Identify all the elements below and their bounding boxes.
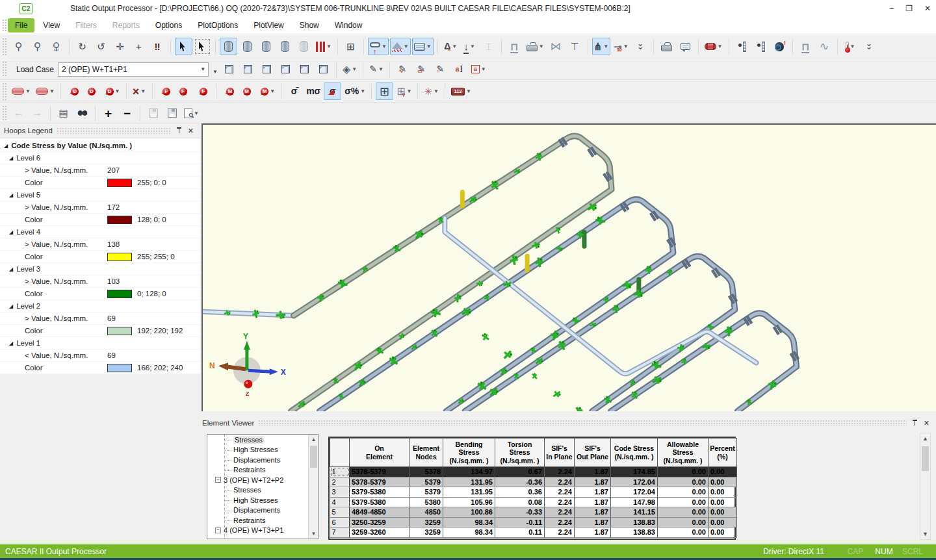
tree-item-restraints[interactable]: Restraints <box>207 515 318 526</box>
show-forces-button[interactable]: ↓▼ <box>461 38 478 55</box>
deflected-shape-button[interactable]: ×▼ <box>131 83 148 100</box>
node-tag-button[interactable]: 113▼ <box>449 83 473 100</box>
select-button[interactable] <box>175 38 192 55</box>
color-swatch[interactable] <box>107 364 132 372</box>
menu-plotoptions[interactable]: PlotOptions <box>190 18 245 32</box>
moment-y-button[interactable]: ↕M <box>239 83 257 100</box>
render-mesh-button[interactable] <box>257 38 275 55</box>
col-header-8[interactable]: Allowable Stress (N./sq.mm. ) <box>658 439 708 467</box>
col-header-0[interactable] <box>330 439 350 467</box>
displacement-y-button[interactable]: ↕D <box>84 83 101 100</box>
table-row[interactable]: 25378-53795379131.95-0.362.241.87172.040… <box>330 477 737 487</box>
zoom-window-button[interactable]: ⚲ <box>47 38 65 55</box>
tree-item-high-stresses[interactable]: High Stresses <box>207 445 318 455</box>
col-header-3[interactable]: Bending Stress (N./sq.mm. ) <box>443 439 495 467</box>
color-swatch[interactable] <box>107 327 132 335</box>
expand-icon[interactable]: ◢ <box>9 266 13 272</box>
toolbox-button[interactable] <box>658 38 675 55</box>
menu-show[interactable]: Show <box>292 18 326 32</box>
restore-button[interactable]: ❐ <box>905 4 913 13</box>
load-case-dropdown-button[interactable]: ▼ <box>213 69 218 75</box>
close-button[interactable]: ✕ <box>924 4 931 13</box>
report-tree[interactable]: StressesHigh StressesDisplacementsRestra… <box>207 434 318 539</box>
view-back-button[interactable] <box>315 60 332 78</box>
insulation-button[interactable]: ▼ <box>703 38 725 55</box>
show-anchors-button[interactable]: ▼ <box>390 38 411 55</box>
col-header-6[interactable]: SIF's Out Plane <box>575 439 611 467</box>
pan-button[interactable]: ✛ <box>111 38 129 55</box>
stress-gradient-button[interactable]: σ <box>324 83 341 100</box>
walk-through-button[interactable]: ‼ <box>149 38 166 55</box>
tree-item-displacements[interactable]: Displacements <box>207 455 318 465</box>
show-hangers-button[interactable]: ⊓ <box>506 38 523 55</box>
show-equipment-button[interactable]: ▼ <box>525 38 546 55</box>
table-row[interactable]: 35379-53805379131.950.362.241.87172.040.… <box>330 487 737 498</box>
annotate-text-button[interactable]: Ia <box>450 60 468 78</box>
render-wireframe-button[interactable] <box>239 38 256 55</box>
supports-button[interactable]: ⊓ <box>797 38 814 55</box>
expand-icon[interactable]: ◢ <box>4 143 8 149</box>
scroll-thumb[interactable] <box>922 446 929 471</box>
show-flanges-button[interactable]: ⌶ <box>480 38 497 55</box>
expand-icon[interactable]: ◢ <box>9 155 13 161</box>
stress-levels-button[interactable]: ▼ <box>314 38 333 55</box>
stress-overline-button[interactable]: σ̄ <box>285 83 303 100</box>
color-swatch[interactable] <box>107 216 132 224</box>
stress-results-table[interactable]: On ElementElement NodesBending Stress (N… <box>328 437 736 540</box>
tree-item-4-ope-w-t3-p1[interactable]: −4 (OPE) W+T3+P1 <box>207 526 318 536</box>
displacement-xyz-button[interactable]: ↗D▼ <box>103 83 122 100</box>
measure-node-button[interactable] <box>733 38 751 55</box>
scroll-up-icon[interactable]: ▲ <box>920 433 930 444</box>
model-viewport[interactable]: Y X N Z <box>202 123 936 411</box>
zoom-fit-button[interactable]: ⚲ <box>29 38 46 55</box>
render-translucent-button[interactable] <box>295 38 313 55</box>
col-header-4[interactable]: Torsion Stress (N./sq.mm. ) <box>495 439 545 467</box>
collapse-icon[interactable]: − <box>215 528 221 533</box>
show-expansion-joints-button[interactable]: ⋈ <box>547 38 565 55</box>
select-area-button[interactable] <box>194 38 211 55</box>
center-burst-button[interactable]: ✳▼ <box>422 83 441 100</box>
pump-check-button[interactable]: ! <box>771 38 788 55</box>
render-hiddenline-button[interactable] <box>276 38 294 55</box>
grid-zoom-button[interactable]: ⊞⚲▼ <box>395 83 413 100</box>
expand-icon[interactable]: ◢ <box>9 303 13 309</box>
nav-forward-button[interactable]: → <box>29 105 46 122</box>
tree-item-restraints[interactable]: Restraints <box>207 465 318 476</box>
tree-item-high-stresses[interactable]: High Stresses <box>207 495 318 505</box>
col-header-2[interactable]: Element Nodes <box>410 439 443 467</box>
force-y-button[interactable]: ↕F <box>176 83 193 100</box>
view-diamond-button[interactable]: ◈▼ <box>341 60 359 78</box>
more-left-button[interactable]: ⌄ <box>632 38 649 55</box>
rotate-button[interactable]: ↻ <box>73 38 91 55</box>
scroll-down-icon[interactable]: ▼ <box>920 529 930 539</box>
show-displacements-button[interactable]: Δx▼ <box>442 38 460 55</box>
draw-circle-button[interactable]: ✎○ <box>432 60 449 78</box>
pin-icon[interactable] <box>176 127 183 134</box>
pin-icon[interactable] <box>912 419 918 427</box>
temperature-button[interactable]: ▼ <box>842 38 859 55</box>
save-image-button[interactable] <box>163 105 181 122</box>
show-tees-button[interactable]: ⊤ <box>566 38 584 55</box>
show-grid-button[interactable]: ⊞ <box>376 83 393 100</box>
color-swatch[interactable] <box>107 253 132 261</box>
stress-max-button[interactable]: mσ <box>304 83 322 100</box>
draw-rectangle-button[interactable]: ✎▭ <box>413 60 430 78</box>
annotation-list-button[interactable] <box>677 38 694 55</box>
table-row[interactable]: 63250-3259325998.34-0.112.241.87138.830.… <box>330 517 737 528</box>
four-view-button[interactable]: ⊞ <box>342 38 359 55</box>
minimize-button[interactable]: – <box>889 4 894 13</box>
menu-plotview[interactable]: PlotView <box>246 18 291 32</box>
expand-icon[interactable]: ◢ <box>9 229 13 235</box>
view-iso-ne-button[interactable] <box>258 60 276 78</box>
show-axes-button[interactable]: ⋔▼ <box>592 38 611 55</box>
more-right-button[interactable]: ⌄ <box>861 38 878 55</box>
force-x-button[interactable]: ↔F <box>157 83 174 100</box>
expand-icon[interactable]: ◢ <box>9 192 13 198</box>
zoom-extents-button[interactable]: ⚲ <box>10 38 27 55</box>
scroll-thumb[interactable] <box>310 446 317 468</box>
restraint-symbols-double-button[interactable]: ▼ <box>34 83 57 100</box>
menu-window[interactable]: Window <box>328 18 370 32</box>
tree-item-displacements[interactable]: Displacements <box>207 505 318 516</box>
nav-back-button[interactable]: ← <box>10 105 27 122</box>
table-row[interactable]: 45379-53805380105.960.082.241.87147.980.… <box>330 497 737 507</box>
